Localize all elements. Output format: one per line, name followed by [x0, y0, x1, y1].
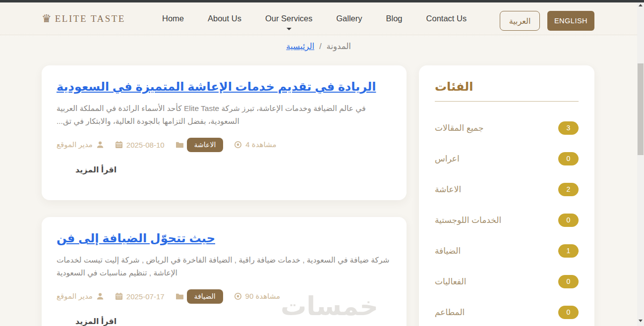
scrollbar-thumb[interactable] — [638, 63, 644, 155]
category-item-events[interactable]: الفعاليات 0 — [435, 266, 579, 297]
post-title-link[interactable]: حيث تتحوّل الضيافة إلى فن — [57, 230, 392, 247]
post-views-label: 90 مشاهدة — [245, 292, 281, 301]
post-author-label: مدير الموقع — [57, 140, 93, 149]
eye-icon — [234, 292, 242, 300]
folder-icon — [176, 141, 183, 149]
category-label: اعراس — [435, 154, 460, 164]
person-icon — [96, 292, 104, 300]
post-excerpt: شركة ضيافة في السعودية , خدمات ضيافة راق… — [57, 254, 392, 279]
category-label: الفعاليات — [435, 276, 466, 287]
post-meta: مدير الموقع 2025-07-17 الضيافة 90 مشاهدة — [57, 289, 392, 304]
scrollbar[interactable] — [637, 0, 644, 326]
categories-sidebar: الفئات جميع المقالات 3 اعراس 0 الاعاشة 2… — [419, 65, 594, 326]
brand-name: ELITE TASTE — [55, 13, 125, 24]
read-more-link[interactable]: اقرأ المزيد — [75, 317, 117, 326]
top-strip — [0, 0, 644, 2]
post-date: 2025-07-17 — [115, 292, 165, 301]
nav-item-about-us[interactable]: About Us — [208, 14, 241, 23]
category-count-badge: 0 — [558, 214, 579, 227]
brand-logo[interactable]: ♛ ELITE TASTE — [42, 2, 125, 35]
main-nav: Home About Us Our Services Gallery Blog … — [162, 2, 467, 35]
post-author-label: مدير الموقع — [57, 292, 93, 301]
post-author: مدير الموقع — [57, 292, 104, 301]
post-author: مدير الموقع — [57, 140, 104, 149]
folder-icon — [176, 292, 183, 300]
category-label: الخدمات اللوجستية — [435, 215, 501, 225]
blog-post-card: الريادة في تقديم خدمات الإعاشة المتميزة … — [42, 65, 407, 200]
post-excerpt: في عالم الضيافة وخدمات الإعاشة، تبرز شرك… — [57, 102, 392, 128]
english-language-button[interactable]: ENGLISH — [547, 11, 594, 31]
person-icon — [96, 141, 104, 149]
post-category: الضيافة — [176, 289, 223, 304]
category-item-restaurants[interactable]: المطاعم 0 — [435, 297, 579, 326]
nav-item-gallery[interactable]: Gallery — [336, 14, 362, 23]
breadcrumb-home-link[interactable]: الرئيسية — [286, 42, 314, 51]
nav-item-our-services[interactable]: Our Services — [265, 14, 312, 23]
breadcrumb-separator: / — [319, 42, 322, 51]
category-item-logistics[interactable]: الخدمات اللوجستية 0 — [435, 205, 579, 235]
category-item-weddings[interactable]: اعراس 0 — [435, 143, 579, 174]
nav-item-home[interactable]: Home — [162, 14, 184, 23]
sidebar-title: الفئات — [435, 78, 579, 95]
category-item-hospitality[interactable]: الضيافة 1 — [435, 235, 579, 266]
category-label: جميع المقالات — [435, 123, 483, 133]
header: ♛ ELITE TASTE Home About Us Our Services… — [0, 2, 644, 35]
category-label: الاعاشة — [435, 184, 461, 195]
category-count-badge: 0 — [558, 152, 579, 165]
blog-post-card: حيث تتحوّل الضيافة إلى فن شركة ضيافة في … — [42, 217, 407, 326]
eye-icon — [234, 141, 242, 149]
category-item-catering[interactable]: الاعاشة 2 — [435, 174, 579, 205]
category-count-badge: 3 — [558, 121, 579, 135]
post-date: 2025-08-10 — [115, 141, 165, 149]
nav-item-blog[interactable]: Blog — [386, 14, 403, 23]
language-switcher: العربية ENGLISH — [500, 11, 594, 31]
nav-item-our-services-label: Our Services — [265, 14, 312, 23]
nav-item-contact-us[interactable]: Contact Us — [426, 14, 467, 23]
calendar-icon — [115, 292, 123, 300]
post-views: 4 مشاهدة — [234, 140, 276, 149]
brand-crest-icon: ♛ — [42, 13, 52, 24]
post-date-label: 2025-08-10 — [126, 141, 165, 149]
scroll-down-arrow-icon[interactable] — [639, 320, 643, 322]
scroll-up-arrow-icon[interactable] — [639, 4, 643, 6]
category-label: المطاعم — [435, 307, 465, 318]
category-item-all-articles[interactable]: جميع المقالات 3 — [435, 112, 579, 143]
post-category: الاعاشة — [176, 138, 224, 152]
sidebar-divider — [435, 101, 579, 102]
chevron-down-icon — [287, 28, 292, 30]
blog-page: ♛ ELITE TASTE Home About Us Our Services… — [0, 0, 644, 326]
category-label: الضيافة — [435, 246, 461, 256]
breadcrumb-current: المدونة — [327, 42, 351, 51]
post-meta: مدير الموقع 2025-08-10 الاعاشة 4 مشاهدة — [57, 138, 392, 152]
category-count-badge: 1 — [558, 244, 579, 258]
category-count-badge: 0 — [558, 306, 579, 319]
calendar-icon — [115, 141, 123, 149]
read-more-link[interactable]: اقرأ المزيد — [75, 165, 117, 174]
category-count-badge: 2 — [558, 183, 579, 196]
category-count-badge: 0 — [558, 275, 579, 288]
post-views: 90 مشاهدة — [234, 292, 281, 301]
post-title-link[interactable]: الريادة في تقديم خدمات الإعاشة المتميزة … — [57, 78, 392, 95]
category-badge[interactable]: الضيافة — [187, 289, 223, 304]
post-views-label: 4 مشاهدة — [245, 140, 276, 149]
post-date-label: 2025-07-17 — [126, 292, 165, 301]
category-badge[interactable]: الاعاشة — [187, 138, 224, 152]
arabic-language-button[interactable]: العربية — [500, 11, 540, 31]
breadcrumb: الرئيسية / المدونة — [0, 42, 637, 51]
